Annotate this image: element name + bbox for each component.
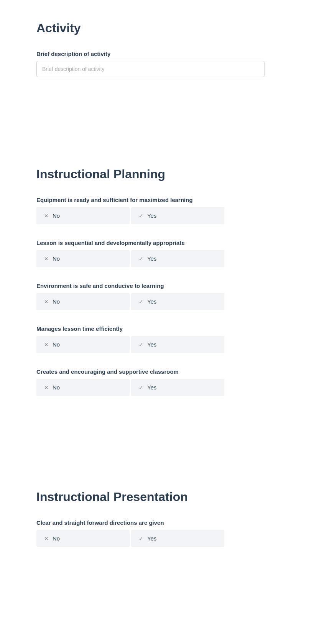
question-label-q3: Environment is safe and conducive to lea… xyxy=(36,283,286,289)
activity-title: Activity xyxy=(36,21,286,35)
radio-option-no-q2[interactable]: ✕ No xyxy=(36,250,130,267)
question-block-q1: Equipment is ready and sufficient for ma… xyxy=(36,197,286,224)
question-label-q6: Clear and straight forward directions ar… xyxy=(36,519,286,526)
check-icon-q6: ✓ xyxy=(139,536,143,542)
spacer-2 xyxy=(36,411,286,469)
check-icon-q5: ✓ xyxy=(139,384,143,391)
description-field-block: Brief description of activity xyxy=(36,51,286,77)
radio-group-q3: ✕ No ✓ Yes xyxy=(36,293,224,310)
instructional-planning-title: Instructional Planning xyxy=(36,167,286,181)
description-label: Brief description of activity xyxy=(36,51,286,57)
radio-option-no-q6[interactable]: ✕ No xyxy=(36,530,130,547)
x-icon-q6: ✕ xyxy=(44,536,49,542)
radio-option-no-q5[interactable]: ✕ No xyxy=(36,379,130,396)
question-block-q4: Manages lesson time efficiently ✕ No ✓ Y… xyxy=(36,325,286,353)
question-label-q4: Manages lesson time efficiently xyxy=(36,325,286,332)
x-icon-q3: ✕ xyxy=(44,299,49,305)
description-input[interactable] xyxy=(36,61,264,77)
question-block-q2: Lesson is sequential and developmentally… xyxy=(36,240,286,267)
yes-label-q6: Yes xyxy=(147,535,156,542)
check-icon-q4: ✓ xyxy=(139,342,143,348)
no-label-q5: No xyxy=(53,384,60,391)
no-label-q6: No xyxy=(53,535,60,542)
radio-group-q1: ✕ No ✓ Yes xyxy=(36,207,224,224)
radio-group-q4: ✕ No ✓ Yes xyxy=(36,336,224,353)
yes-label-q3: Yes xyxy=(147,298,156,305)
question-block-q5: Creates and encouraging and supportive c… xyxy=(36,368,286,396)
question-label-q1: Equipment is ready and sufficient for ma… xyxy=(36,197,286,203)
x-icon-q4: ✕ xyxy=(44,342,49,348)
radio-option-yes-q6[interactable]: ✓ Yes xyxy=(131,530,224,547)
radio-option-yes-q3[interactable]: ✓ Yes xyxy=(131,293,224,310)
no-label-q2: No xyxy=(53,255,60,262)
radio-option-yes-q2[interactable]: ✓ Yes xyxy=(131,250,224,267)
radio-option-no-q4[interactable]: ✕ No xyxy=(36,336,130,353)
no-label-q3: No xyxy=(53,298,60,305)
activity-section: Activity Brief description of activity xyxy=(36,21,286,77)
instructional-presentation-section: Instructional Presentation Clear and str… xyxy=(36,490,286,547)
radio-option-yes-q1[interactable]: ✓ Yes xyxy=(131,207,224,224)
question-block-q3: Environment is safe and conducive to lea… xyxy=(36,283,286,310)
spacer-1 xyxy=(36,89,286,146)
no-label-q4: No xyxy=(53,341,60,348)
question-label-q2: Lesson is sequential and developmentally… xyxy=(36,240,286,246)
radio-option-no-q1[interactable]: ✕ No xyxy=(36,207,130,224)
radio-group-q5: ✕ No ✓ Yes xyxy=(36,379,224,396)
yes-label-q2: Yes xyxy=(147,255,156,262)
check-icon-q3: ✓ xyxy=(139,299,143,305)
yes-label-q5: Yes xyxy=(147,384,156,391)
yes-label-q4: Yes xyxy=(147,341,156,348)
radio-option-no-q3[interactable]: ✕ No xyxy=(36,293,130,310)
radio-option-yes-q4[interactable]: ✓ Yes xyxy=(131,336,224,353)
radio-option-yes-q5[interactable]: ✓ Yes xyxy=(131,379,224,396)
question-label-q5: Creates and encouraging and supportive c… xyxy=(36,368,286,375)
x-icon-q5: ✕ xyxy=(44,384,49,391)
instructional-presentation-title: Instructional Presentation xyxy=(36,490,286,504)
question-block-q6: Clear and straight forward directions ar… xyxy=(36,519,286,547)
check-icon-q2: ✓ xyxy=(139,256,143,262)
x-icon-q1: ✕ xyxy=(44,213,49,219)
radio-group-q2: ✕ No ✓ Yes xyxy=(36,250,224,267)
no-label-q1: No xyxy=(53,212,60,219)
check-icon-q1: ✓ xyxy=(139,213,143,219)
x-icon-q2: ✕ xyxy=(44,256,49,262)
instructional-planning-section: Instructional Planning Equipment is read… xyxy=(36,167,286,396)
yes-label-q1: Yes xyxy=(147,212,156,219)
radio-group-q6: ✕ No ✓ Yes xyxy=(36,530,224,547)
